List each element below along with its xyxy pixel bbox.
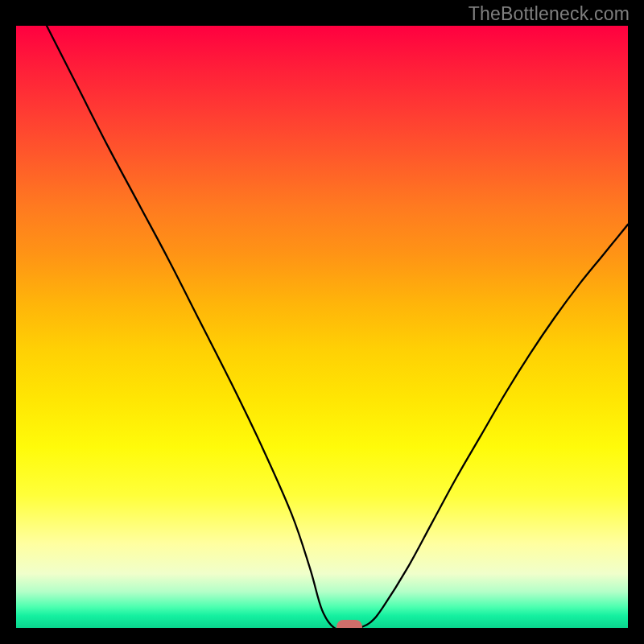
chart-frame: TheBottleneck.com <box>0 0 644 644</box>
watermark-text: TheBottleneck.com <box>469 3 630 25</box>
plot-area <box>16 26 628 628</box>
bottleneck-curve <box>16 26 628 628</box>
optimal-marker <box>336 620 362 629</box>
